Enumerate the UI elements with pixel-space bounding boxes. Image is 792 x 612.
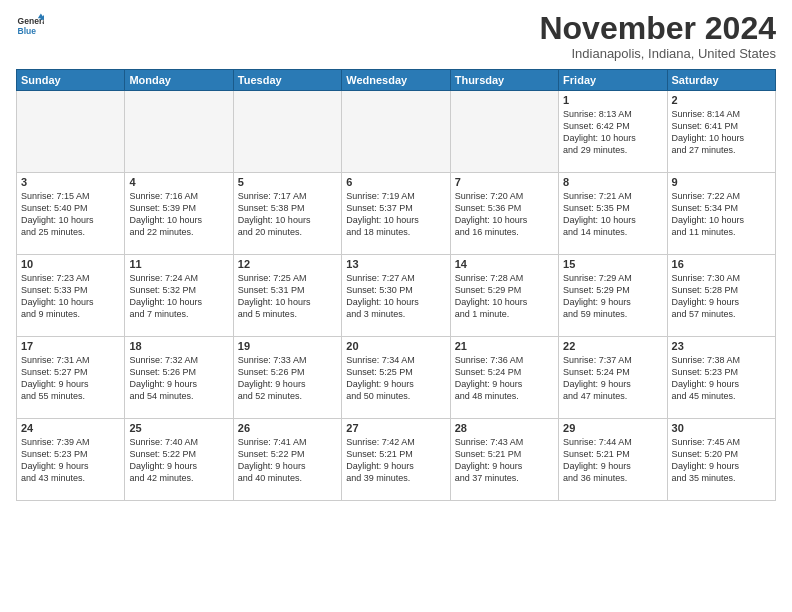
day-number: 9 xyxy=(672,176,771,188)
day-info: Sunrise: 8:14 AM Sunset: 6:41 PM Dayligh… xyxy=(672,108,771,157)
day-number: 16 xyxy=(672,258,771,270)
calendar-day: 17Sunrise: 7:31 AM Sunset: 5:27 PM Dayli… xyxy=(17,337,125,419)
calendar-day: 13Sunrise: 7:27 AM Sunset: 5:30 PM Dayli… xyxy=(342,255,450,337)
day-info: Sunrise: 7:43 AM Sunset: 5:21 PM Dayligh… xyxy=(455,436,554,485)
day-info: Sunrise: 7:37 AM Sunset: 5:24 PM Dayligh… xyxy=(563,354,662,403)
weekday-header: Tuesday xyxy=(233,70,341,91)
weekday-header: Thursday xyxy=(450,70,558,91)
calendar-day: 11Sunrise: 7:24 AM Sunset: 5:32 PM Dayli… xyxy=(125,255,233,337)
calendar-day: 21Sunrise: 7:36 AM Sunset: 5:24 PM Dayli… xyxy=(450,337,558,419)
calendar-day: 28Sunrise: 7:43 AM Sunset: 5:21 PM Dayli… xyxy=(450,419,558,501)
day-number: 5 xyxy=(238,176,337,188)
day-number: 11 xyxy=(129,258,228,270)
day-info: Sunrise: 7:24 AM Sunset: 5:32 PM Dayligh… xyxy=(129,272,228,321)
month-title: November 2024 xyxy=(539,12,776,44)
calendar-day: 23Sunrise: 7:38 AM Sunset: 5:23 PM Dayli… xyxy=(667,337,775,419)
calendar-day: 6Sunrise: 7:19 AM Sunset: 5:37 PM Daylig… xyxy=(342,173,450,255)
day-number: 3 xyxy=(21,176,120,188)
day-number: 21 xyxy=(455,340,554,352)
day-info: Sunrise: 7:28 AM Sunset: 5:29 PM Dayligh… xyxy=(455,272,554,321)
calendar-day: 19Sunrise: 7:33 AM Sunset: 5:26 PM Dayli… xyxy=(233,337,341,419)
day-number: 28 xyxy=(455,422,554,434)
svg-text:Blue: Blue xyxy=(18,26,37,36)
day-info: Sunrise: 7:44 AM Sunset: 5:21 PM Dayligh… xyxy=(563,436,662,485)
day-number: 2 xyxy=(672,94,771,106)
weekday-header: Saturday xyxy=(667,70,775,91)
calendar-day: 5Sunrise: 7:17 AM Sunset: 5:38 PM Daylig… xyxy=(233,173,341,255)
day-number: 17 xyxy=(21,340,120,352)
day-number: 26 xyxy=(238,422,337,434)
day-info: Sunrise: 7:16 AM Sunset: 5:39 PM Dayligh… xyxy=(129,190,228,239)
day-number: 4 xyxy=(129,176,228,188)
calendar-day: 18Sunrise: 7:32 AM Sunset: 5:26 PM Dayli… xyxy=(125,337,233,419)
location: Indianapolis, Indiana, United States xyxy=(539,46,776,61)
day-info: Sunrise: 7:15 AM Sunset: 5:40 PM Dayligh… xyxy=(21,190,120,239)
day-info: Sunrise: 7:23 AM Sunset: 5:33 PM Dayligh… xyxy=(21,272,120,321)
day-number: 23 xyxy=(672,340,771,352)
day-number: 8 xyxy=(563,176,662,188)
day-info: Sunrise: 7:19 AM Sunset: 5:37 PM Dayligh… xyxy=(346,190,445,239)
day-info: Sunrise: 7:25 AM Sunset: 5:31 PM Dayligh… xyxy=(238,272,337,321)
day-number: 13 xyxy=(346,258,445,270)
calendar-day: 8Sunrise: 7:21 AM Sunset: 5:35 PM Daylig… xyxy=(559,173,667,255)
weekday-header: Monday xyxy=(125,70,233,91)
day-info: Sunrise: 7:21 AM Sunset: 5:35 PM Dayligh… xyxy=(563,190,662,239)
day-info: Sunrise: 7:31 AM Sunset: 5:27 PM Dayligh… xyxy=(21,354,120,403)
day-info: Sunrise: 7:39 AM Sunset: 5:23 PM Dayligh… xyxy=(21,436,120,485)
calendar-day: 7Sunrise: 7:20 AM Sunset: 5:36 PM Daylig… xyxy=(450,173,558,255)
day-info: Sunrise: 7:42 AM Sunset: 5:21 PM Dayligh… xyxy=(346,436,445,485)
calendar-day: 30Sunrise: 7:45 AM Sunset: 5:20 PM Dayli… xyxy=(667,419,775,501)
day-number: 14 xyxy=(455,258,554,270)
day-info: Sunrise: 7:22 AM Sunset: 5:34 PM Dayligh… xyxy=(672,190,771,239)
weekday-header: Sunday xyxy=(17,70,125,91)
day-info: Sunrise: 7:20 AM Sunset: 5:36 PM Dayligh… xyxy=(455,190,554,239)
title-block: November 2024 Indianapolis, Indiana, Uni… xyxy=(539,12,776,61)
day-number: 22 xyxy=(563,340,662,352)
calendar-table: SundayMondayTuesdayWednesdayThursdayFrid… xyxy=(16,69,776,501)
calendar-week-row: 3Sunrise: 7:15 AM Sunset: 5:40 PM Daylig… xyxy=(17,173,776,255)
day-info: Sunrise: 7:34 AM Sunset: 5:25 PM Dayligh… xyxy=(346,354,445,403)
calendar-week-row: 24Sunrise: 7:39 AM Sunset: 5:23 PM Dayli… xyxy=(17,419,776,501)
day-info: Sunrise: 7:36 AM Sunset: 5:24 PM Dayligh… xyxy=(455,354,554,403)
calendar-day: 3Sunrise: 7:15 AM Sunset: 5:40 PM Daylig… xyxy=(17,173,125,255)
day-number: 18 xyxy=(129,340,228,352)
logo: General Blue xyxy=(16,12,44,40)
day-info: Sunrise: 8:13 AM Sunset: 6:42 PM Dayligh… xyxy=(563,108,662,157)
calendar-week-row: 10Sunrise: 7:23 AM Sunset: 5:33 PM Dayli… xyxy=(17,255,776,337)
calendar-day xyxy=(233,91,341,173)
day-number: 27 xyxy=(346,422,445,434)
day-info: Sunrise: 7:27 AM Sunset: 5:30 PM Dayligh… xyxy=(346,272,445,321)
day-info: Sunrise: 7:29 AM Sunset: 5:29 PM Dayligh… xyxy=(563,272,662,321)
day-info: Sunrise: 7:38 AM Sunset: 5:23 PM Dayligh… xyxy=(672,354,771,403)
day-number: 12 xyxy=(238,258,337,270)
calendar-day: 26Sunrise: 7:41 AM Sunset: 5:22 PM Dayli… xyxy=(233,419,341,501)
day-number: 7 xyxy=(455,176,554,188)
day-info: Sunrise: 7:33 AM Sunset: 5:26 PM Dayligh… xyxy=(238,354,337,403)
calendar-day xyxy=(17,91,125,173)
calendar-day: 1Sunrise: 8:13 AM Sunset: 6:42 PM Daylig… xyxy=(559,91,667,173)
day-info: Sunrise: 7:32 AM Sunset: 5:26 PM Dayligh… xyxy=(129,354,228,403)
day-info: Sunrise: 7:40 AM Sunset: 5:22 PM Dayligh… xyxy=(129,436,228,485)
calendar-day: 20Sunrise: 7:34 AM Sunset: 5:25 PM Dayli… xyxy=(342,337,450,419)
day-number: 30 xyxy=(672,422,771,434)
calendar-day: 9Sunrise: 7:22 AM Sunset: 5:34 PM Daylig… xyxy=(667,173,775,255)
weekday-header: Friday xyxy=(559,70,667,91)
calendar-day: 24Sunrise: 7:39 AM Sunset: 5:23 PM Dayli… xyxy=(17,419,125,501)
calendar-day: 25Sunrise: 7:40 AM Sunset: 5:22 PM Dayli… xyxy=(125,419,233,501)
day-number: 6 xyxy=(346,176,445,188)
weekday-header: Wednesday xyxy=(342,70,450,91)
calendar-day: 10Sunrise: 7:23 AM Sunset: 5:33 PM Dayli… xyxy=(17,255,125,337)
calendar-day xyxy=(450,91,558,173)
day-number: 19 xyxy=(238,340,337,352)
calendar-day: 4Sunrise: 7:16 AM Sunset: 5:39 PM Daylig… xyxy=(125,173,233,255)
day-number: 20 xyxy=(346,340,445,352)
calendar-day: 16Sunrise: 7:30 AM Sunset: 5:28 PM Dayli… xyxy=(667,255,775,337)
calendar-day: 12Sunrise: 7:25 AM Sunset: 5:31 PM Dayli… xyxy=(233,255,341,337)
weekday-header-row: SundayMondayTuesdayWednesdayThursdayFrid… xyxy=(17,70,776,91)
calendar-day xyxy=(125,91,233,173)
day-info: Sunrise: 7:41 AM Sunset: 5:22 PM Dayligh… xyxy=(238,436,337,485)
day-number: 15 xyxy=(563,258,662,270)
day-info: Sunrise: 7:45 AM Sunset: 5:20 PM Dayligh… xyxy=(672,436,771,485)
calendar-day xyxy=(342,91,450,173)
day-info: Sunrise: 7:17 AM Sunset: 5:38 PM Dayligh… xyxy=(238,190,337,239)
